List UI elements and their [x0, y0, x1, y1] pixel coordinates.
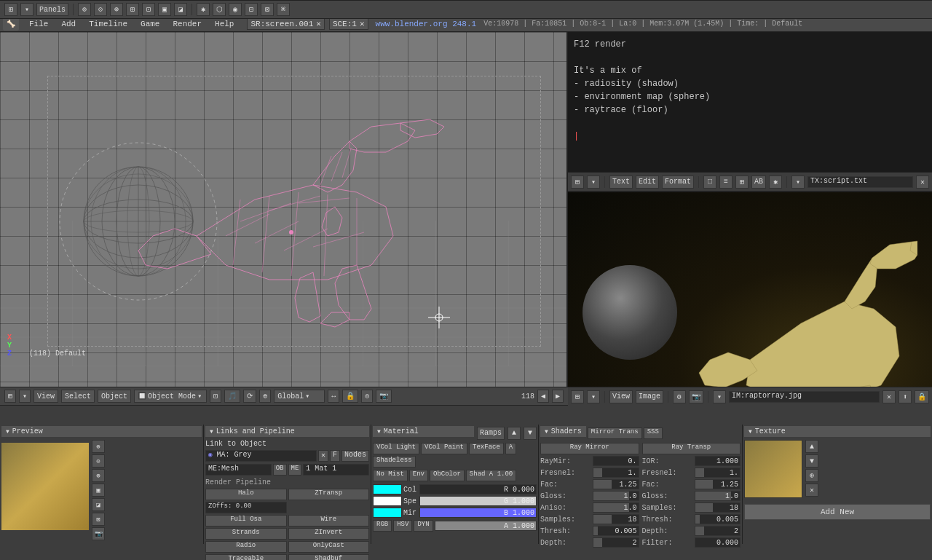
strands-btn[interactable]: Strands [205, 528, 287, 540]
game-menu[interactable]: Game [135, 18, 165, 30]
aniso-slider[interactable]: 1.0 [593, 502, 639, 513]
rv-toggle-btn[interactable]: ▾ [587, 390, 600, 403]
view-menu-btn[interactable]: View [33, 390, 58, 403]
view-toggle-btn[interactable]: ▾ [19, 390, 31, 403]
ma-browse-btn[interactable]: F [330, 450, 340, 462]
object-menu-btn[interactable]: Object [98, 390, 131, 403]
rv-icon5[interactable]: 🔒 [915, 390, 929, 403]
bt-icon[interactable]: ⊞ [4, 3, 17, 16]
env-btn[interactable]: Env [409, 470, 428, 481]
col-r-bar[interactable]: R 0.000 [419, 484, 537, 494]
hsv-btn[interactable]: HSV [393, 520, 412, 532]
rv-filename-field[interactable]: IM:raptorray.jpg [729, 391, 880, 403]
text-editor-content[interactable]: F12 render It's a mix of - radiosity (sh… [568, 32, 932, 163]
bt-panels-btn[interactable]: Panels [36, 3, 68, 16]
samples-r-slider[interactable]: 18 [695, 502, 741, 513]
vcol-light-btn[interactable]: VCol Light [373, 443, 419, 454]
scene-close-icon[interactable]: ✕ [360, 19, 365, 28]
screen-selector[interactable]: SR:screen.001 ✕ [247, 17, 324, 30]
file-menu[interactable]: File [23, 18, 54, 30]
bt-icon11[interactable]: ⊟ [245, 3, 258, 16]
depth-r-slider[interactable]: 2 [695, 526, 741, 536]
samples-l-slider[interactable]: 18 [593, 514, 639, 524]
timeline-menu[interactable]: Timeline [83, 18, 133, 30]
spe-g-bar[interactable]: G 1.000 [419, 496, 537, 506]
depth-l-slider[interactable]: 2 [593, 537, 639, 548]
te-toggle-btn[interactable]: ▾ [587, 176, 600, 189]
tex-up-btn[interactable]: ▲ [805, 440, 818, 453]
fac-r-slider[interactable]: 1.25 [695, 479, 741, 489]
scene-selector[interactable]: SCE:1 ✕ [329, 17, 368, 30]
pivot-dropdown[interactable]: Global ▾ [274, 390, 325, 403]
render-view[interactable]: ⊞ ▾ View Image ⚙ 📷 ▾ IM:raptorray.jpg ✕ … [568, 192, 932, 406]
pivot-icon[interactable]: ⊕ [259, 390, 271, 403]
camera-btn[interactable]: 📷 [376, 390, 392, 403]
bt-icon10[interactable]: ◉ [229, 3, 242, 16]
rv-panel-icon[interactable]: ⊞ [571, 390, 584, 403]
screen-close-icon[interactable]: ✕ [316, 19, 321, 28]
rv-arrow-btn[interactable]: ▾ [713, 390, 726, 403]
bt-icon2[interactable]: ⊙ [94, 3, 107, 16]
te-filename-field[interactable]: TX:script.txt [807, 176, 913, 188]
gloss-l-slider[interactable]: 1.0 [593, 491, 639, 501]
te-icon4[interactable]: ✱ [769, 176, 782, 189]
obcolor-btn[interactable]: ObColor [430, 470, 465, 481]
ztransp-btn[interactable]: ZTransp [288, 489, 370, 500]
fullosa-btn[interactable]: Full Osa [205, 515, 287, 527]
mir-swatch[interactable] [373, 508, 402, 518]
spe-swatch[interactable] [373, 496, 402, 506]
rv-image-btn[interactable]: Image [636, 390, 663, 403]
audio-btn[interactable]: 🎵 [224, 390, 240, 403]
ray-transp-btn[interactable]: Ray Transp [642, 443, 741, 454]
me-btn[interactable]: ME [288, 464, 302, 476]
raymi-slider[interactable]: 0. [593, 456, 639, 466]
sync-btn[interactable]: ⟳ [243, 390, 256, 403]
snap-btn[interactable]: ⊡ [210, 390, 221, 403]
thresh-r-slider[interactable]: 0.005 [695, 514, 741, 524]
shadbuf-btn[interactable]: Shadbuf [288, 554, 370, 560]
render-menu[interactable]: Render [167, 18, 208, 30]
bt-icon1[interactable]: ⊕ [78, 3, 91, 16]
zoffs-field[interactable]: ZOffs: 0.00 [205, 502, 287, 513]
no-mist-btn[interactable]: No Mist [373, 470, 408, 481]
layer-next-btn[interactable]: ▶ [552, 390, 564, 403]
rv-icon4[interactable]: ⬆ [899, 390, 912, 403]
onlycast-btn[interactable]: OnlyCast [288, 541, 370, 553]
layer-prev-btn[interactable]: ◀ [537, 390, 549, 403]
proportional-btn[interactable]: ⊙ [361, 390, 373, 403]
me-field[interactable]: ME:Mesh [205, 464, 272, 476]
bt-toggle[interactable]: ▾ [20, 3, 33, 16]
ma-field[interactable]: ◉ MA: Grey [205, 450, 317, 462]
dyn-btn[interactable]: DYN [414, 520, 433, 532]
radio-btn[interactable]: Radio [205, 541, 287, 553]
format-menu-btn[interactable]: Format [662, 176, 694, 189]
wire-btn[interactable]: Wire [288, 515, 370, 527]
a-btn[interactable]: A [505, 443, 516, 454]
preview-btn1[interactable]: ⊕ [92, 440, 105, 453]
bt-icon4[interactable]: ⊞ [126, 3, 139, 16]
tex-copy-btn[interactable]: ⊕ [805, 469, 818, 482]
rv-icon2[interactable]: 📷 [689, 390, 703, 403]
tex-del-btn[interactable]: ✕ [805, 484, 818, 497]
ramps-btn[interactable]: Ramps [477, 427, 505, 440]
alpha-bar[interactable]: A 1.000 [435, 521, 537, 531]
nodes-btn[interactable]: Nodes [341, 450, 369, 462]
object-mode-dropdown[interactable]: 🔲 Object Mode ▾ [134, 390, 207, 403]
traceable-btn[interactable]: Traceable [205, 554, 287, 560]
lock-btn[interactable]: 🔒 [342, 390, 358, 403]
select-menu-btn[interactable]: Select [61, 390, 95, 403]
preview-btn4[interactable]: ▣ [92, 484, 105, 497]
mat-icon2[interactable]: ▼ [524, 427, 537, 440]
preview-btn3[interactable]: ⊛ [92, 469, 105, 482]
filter-slider[interactable]: 0.000 [695, 537, 741, 548]
rv-icon3[interactable]: ✕ [882, 390, 896, 403]
mat-num-field[interactable]: 1 Mat 1 [303, 464, 369, 476]
rv-icon1[interactable]: ⚙ [673, 390, 686, 403]
preview-btn5[interactable]: ◪ [92, 498, 105, 511]
bt-icon13[interactable]: ⌘ [277, 3, 290, 16]
te-close-btn[interactable]: ✕ [916, 176, 929, 189]
te-icon1[interactable]: □ [703, 176, 716, 189]
fac-l-slider[interactable]: 1.25 [593, 479, 639, 489]
bt-icon9[interactable]: ⬡ [213, 3, 226, 16]
shadeless-btn[interactable]: Shadeless [373, 456, 416, 468]
